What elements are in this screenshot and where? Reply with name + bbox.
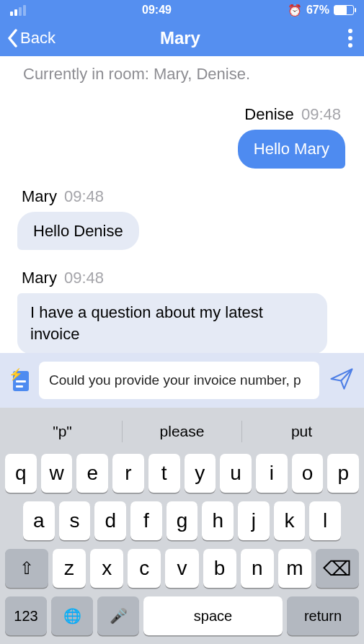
key-b[interactable]: b <box>203 549 236 588</box>
sender-name: Denise <box>244 105 293 123</box>
key-x[interactable]: x <box>90 549 123 588</box>
room-info: Currently in room: Mary, Denise. <box>0 61 364 89</box>
canned-response-button[interactable]: ⚡ <box>10 370 29 391</box>
key-o[interactable]: o <box>292 454 324 493</box>
backspace-icon: ⌫ <box>323 557 352 581</box>
key-y[interactable]: y <box>185 454 216 493</box>
sender-name: Mary <box>22 187 57 205</box>
keyboard: "p" please put q w e r t y u i o p a s d… <box>0 408 364 644</box>
message-block: Denise 09:48 Hello Mary <box>0 89 364 171</box>
chat-area: Currently in room: Mary, Denise. Denise … <box>0 56 364 353</box>
key-g[interactable]: g <box>167 501 198 540</box>
message-header: Mary 09:48 <box>22 187 350 206</box>
mic-key[interactable]: 🎤 <box>97 596 139 635</box>
key-q[interactable]: q <box>5 454 37 493</box>
key-m[interactable]: m <box>278 549 311 588</box>
nav-bar: Back Mary <box>0 20 364 56</box>
backspace-key[interactable]: ⌫ <box>316 549 359 588</box>
suggestion[interactable]: please <box>123 423 241 440</box>
paper-plane-icon <box>329 367 354 391</box>
key-row-2: a s d f g h j k l <box>3 497 361 545</box>
space-key[interactable]: space <box>143 596 283 635</box>
key-row-3: ⇧ z x c v b n m ⌫ <box>3 545 361 592</box>
message-block: Mary 09:48 I have a question about my la… <box>0 253 364 353</box>
key-row-1: q w e r t y u i o p <box>3 450 361 497</box>
key-v[interactable]: v <box>165 549 198 588</box>
key-h[interactable]: h <box>202 501 234 540</box>
message-bubble[interactable]: I have a question about my latest invoic… <box>17 293 327 353</box>
globe-icon: 🌐 <box>63 607 81 625</box>
battery-icon <box>334 5 354 15</box>
status-time: 09:49 <box>26 4 288 17</box>
key-w[interactable]: w <box>41 454 73 493</box>
signal-strength <box>10 5 26 16</box>
message-time: 09:48 <box>301 105 341 123</box>
globe-key[interactable]: 🌐 <box>51 596 93 635</box>
alarm-icon: ⏰ <box>288 4 302 17</box>
message-header: Denise 09:48 <box>22 105 341 124</box>
message-bubble[interactable]: Hello Denise <box>17 212 139 251</box>
key-row-4: 123 🌐 🎤 space return <box>3 592 361 640</box>
shift-key[interactable]: ⇧ <box>5 549 48 588</box>
suggestion[interactable]: put <box>242 423 361 440</box>
return-key[interactable]: return <box>287 596 359 635</box>
message-bubble[interactable]: Hello Mary <box>238 130 345 169</box>
key-z[interactable]: z <box>53 549 86 588</box>
sender-name: Mary <box>22 269 57 287</box>
key-t[interactable]: t <box>148 454 180 493</box>
key-f[interactable]: f <box>130 501 162 540</box>
key-u[interactable]: u <box>220 454 252 493</box>
key-s[interactable]: s <box>59 501 91 540</box>
message-time: 09:48 <box>64 269 104 287</box>
page-title: Mary <box>17 28 344 48</box>
more-options-button[interactable] <box>344 24 357 52</box>
key-i[interactable]: i <box>256 454 288 493</box>
key-n[interactable]: n <box>241 549 274 588</box>
suggestion[interactable]: "p" <box>3 423 122 440</box>
message-input[interactable]: Could you provide your invoice number, p <box>39 362 319 399</box>
key-d[interactable]: d <box>94 501 126 540</box>
message-block: Mary 09:48 Hello Denise <box>0 171 364 254</box>
status-bar: 09:49 ⏰ 67% <box>0 0 364 20</box>
numbers-key[interactable]: 123 <box>5 596 47 635</box>
lightning-icon: ⚡ <box>9 367 23 381</box>
key-a[interactable]: a <box>23 501 55 540</box>
suggestion-bar: "p" please put <box>3 413 361 450</box>
key-e[interactable]: e <box>76 454 108 493</box>
shift-icon: ⇧ <box>19 558 34 578</box>
mic-icon: 🎤 <box>110 607 128 625</box>
message-time: 09:48 <box>64 187 104 205</box>
key-k[interactable]: k <box>274 501 306 540</box>
key-p[interactable]: p <box>327 454 359 493</box>
compose-bar: ⚡ Could you provide your invoice number,… <box>0 353 364 408</box>
key-c[interactable]: c <box>128 549 161 588</box>
send-button[interactable] <box>329 367 354 394</box>
key-r[interactable]: r <box>112 454 144 493</box>
battery-percent: 67% <box>306 4 329 17</box>
message-header: Mary 09:48 <box>22 269 350 287</box>
key-j[interactable]: j <box>238 501 270 540</box>
key-l[interactable]: l <box>309 501 341 540</box>
